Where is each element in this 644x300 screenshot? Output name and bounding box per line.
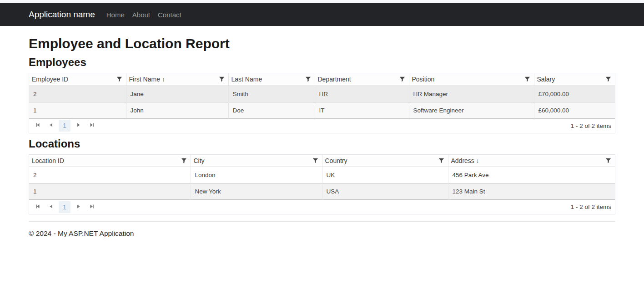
locations-col-header-location-id[interactable]: Location ID	[29, 155, 191, 167]
last-page-icon	[89, 122, 95, 129]
employees-heading: Employees	[29, 56, 615, 69]
column-label: Location ID	[32, 157, 64, 164]
first-page-icon	[35, 203, 40, 211]
page-number-button[interactable]: 1	[59, 201, 70, 213]
locations-grid: Location ID City Country	[29, 154, 615, 215]
table-row[interactable]: 2 London UK 456 Park Ave	[29, 167, 615, 183]
previous-page-icon	[48, 203, 54, 211]
locations-col-header-address[interactable]: Address ↓	[448, 155, 615, 167]
navbar: Application name Home About Contact	[0, 3, 644, 26]
locations-table: Location ID City Country	[29, 155, 615, 200]
locations-header-row: Location ID City Country	[29, 155, 615, 167]
filter-funnel-icon[interactable]	[398, 76, 406, 83]
previous-page-icon	[48, 122, 54, 129]
cell-first-name: Jane	[126, 86, 228, 102]
next-page-button[interactable]	[72, 120, 84, 131]
cell-first-name: John	[126, 102, 228, 118]
sort-descending-icon: ↓	[476, 157, 479, 164]
cell-country: UK	[322, 167, 448, 183]
column-label: Country	[325, 157, 347, 164]
page-number-button[interactable]: 1	[59, 120, 70, 132]
filter-funnel-icon[interactable]	[116, 76, 123, 83]
table-row[interactable]: 2 Jane Smith HR HR Manager £70,000.00	[29, 86, 615, 102]
cell-address: 456 Park Ave	[448, 167, 615, 183]
column-label: First Name	[129, 76, 160, 83]
last-page-button[interactable]	[86, 202, 98, 213]
locations-heading: Locations	[29, 137, 615, 150]
app-brand-link[interactable]: Application name	[29, 10, 95, 20]
first-page-button[interactable]	[31, 202, 43, 213]
nav-links: Home About Contact	[106, 11, 181, 19]
next-page-icon	[75, 203, 81, 211]
employees-col-header-first-name[interactable]: First Name ↑	[126, 73, 228, 86]
filter-funnel-icon[interactable]	[218, 76, 226, 83]
table-row[interactable]: 1 John Doe IT Software Engineer £60,000.…	[29, 102, 615, 118]
filter-funnel-icon[interactable]	[604, 157, 612, 164]
cell-salary: £70,000.00	[534, 86, 615, 102]
nav-link-about[interactable]: About	[132, 11, 150, 19]
top-strip	[0, 0, 644, 3]
next-page-icon	[75, 122, 81, 129]
column-label: Employee ID	[32, 76, 68, 83]
employees-col-header-salary[interactable]: Salary	[534, 73, 615, 86]
filter-funnel-icon[interactable]	[304, 76, 312, 83]
nav-link-home[interactable]: Home	[106, 11, 125, 19]
sort-ascending-icon: ↑	[162, 76, 165, 83]
column-label: City	[194, 157, 205, 164]
cell-city: New York	[191, 183, 322, 200]
pager-info: 1 - 2 of 2 items	[571, 122, 611, 129]
cell-department: HR	[315, 86, 409, 102]
employees-col-header-employee-id[interactable]: Employee ID	[29, 73, 126, 86]
first-page-icon	[35, 122, 40, 129]
locations-col-header-country[interactable]: Country	[322, 155, 448, 167]
page-title: Employee and Location Report	[29, 36, 615, 52]
cell-position: Software Engineer	[409, 102, 534, 118]
footer-text: © 2024 - My ASP.NET Application	[29, 229, 615, 238]
filter-funnel-icon[interactable]	[438, 157, 445, 164]
column-label: Salary	[537, 76, 555, 83]
first-page-button[interactable]	[31, 120, 43, 131]
last-page-button[interactable]	[86, 120, 98, 131]
employees-table: Employee ID First Name ↑ Last Na	[29, 73, 615, 119]
locations-pager: 1 1 - 2 of 2 items	[29, 200, 615, 214]
nav-link-contact[interactable]: Contact	[158, 11, 181, 19]
column-label: Address	[451, 157, 474, 164]
filter-funnel-icon[interactable]	[180, 157, 188, 164]
cell-salary: £60,000.00	[534, 102, 615, 118]
cell-employee-id: 1	[29, 102, 126, 118]
cell-employee-id: 2	[29, 86, 126, 102]
cell-position: HR Manager	[409, 86, 534, 102]
employees-col-header-department[interactable]: Department	[315, 73, 409, 86]
main-content: Employee and Location Report Employees E…	[29, 36, 615, 238]
cell-address: 123 Main St	[448, 183, 615, 200]
previous-page-button[interactable]	[45, 120, 57, 131]
employees-pager: 1 1 - 2 of 2 items	[29, 119, 615, 133]
employees-col-header-position[interactable]: Position	[409, 73, 534, 86]
cell-last-name: Doe	[228, 102, 315, 118]
filter-funnel-icon[interactable]	[523, 76, 531, 83]
cell-country: USA	[322, 183, 448, 200]
cell-last-name: Smith	[228, 86, 315, 102]
employees-header-row: Employee ID First Name ↑ Last Na	[29, 73, 615, 86]
table-row[interactable]: 1 New York USA 123 Main St	[29, 183, 615, 200]
last-page-icon	[89, 203, 95, 211]
locations-col-header-city[interactable]: City	[191, 155, 322, 167]
filter-funnel-icon[interactable]	[312, 157, 319, 164]
employees-col-header-last-name[interactable]: Last Name	[228, 73, 315, 86]
cell-location-id: 2	[29, 167, 191, 183]
previous-page-button[interactable]	[45, 202, 57, 213]
footer: © 2024 - My ASP.NET Application	[29, 229, 615, 238]
column-label: Position	[412, 76, 435, 83]
footer-divider	[29, 221, 615, 222]
filter-funnel-icon[interactable]	[604, 76, 612, 83]
cell-location-id: 1	[29, 183, 191, 200]
employees-grid: Employee ID First Name ↑ Last Na	[29, 73, 615, 133]
column-label: Last Name	[231, 76, 262, 83]
pager-info: 1 - 2 of 2 items	[571, 203, 611, 210]
next-page-button[interactable]	[72, 202, 84, 213]
cell-city: London	[191, 167, 322, 183]
cell-department: IT	[315, 102, 409, 118]
column-label: Department	[318, 76, 351, 83]
